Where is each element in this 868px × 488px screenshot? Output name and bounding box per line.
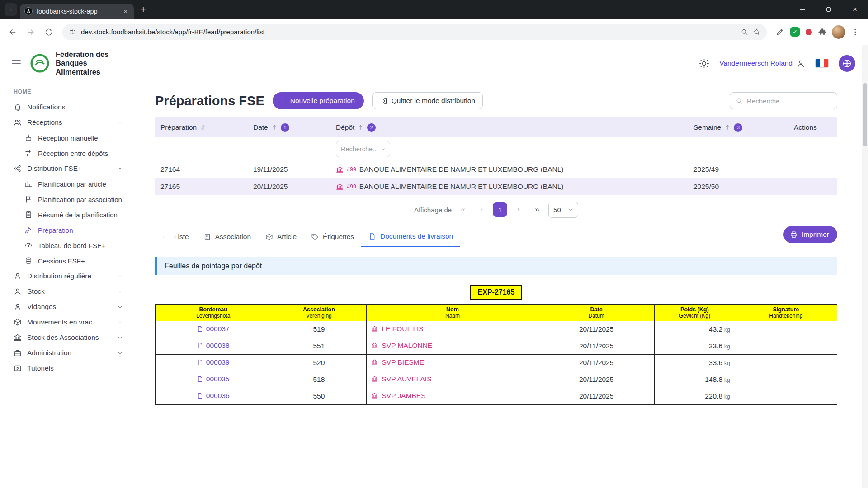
signature-cell xyxy=(735,388,837,405)
scrollbar-thumb[interactable] xyxy=(863,83,867,146)
bordereau-link[interactable]: 000039 xyxy=(197,358,230,366)
delivery-row: 000036550SVP JAMBES20/11/2025220.8kg xyxy=(156,388,837,405)
browser-menu-button[interactable] xyxy=(847,24,863,40)
back-button[interactable] xyxy=(5,24,21,40)
sidebar-item-administration[interactable]: Administration xyxy=(0,345,133,361)
reload-button[interactable] xyxy=(41,24,57,40)
person-icon xyxy=(797,59,805,68)
sidebar-item-label: Cessions ESF+ xyxy=(38,257,85,265)
theme-toggle-sun-icon[interactable] xyxy=(699,58,709,69)
sidebar-item-receptions[interactable]: Réceptions xyxy=(0,115,133,130)
sidebar-item-stock[interactable]: Stock xyxy=(0,284,133,299)
sidebar-item-preparation[interactable]: Préparation xyxy=(0,222,133,238)
site-info-icon[interactable] xyxy=(69,28,76,36)
sidebar-item-cessions-esf[interactable]: Cessions ESF+ xyxy=(0,253,133,268)
window-minimize-button[interactable] xyxy=(789,0,816,19)
sidebar-item-reception-entre-depots[interactable]: Réception entre dépôts xyxy=(0,145,133,161)
sidebar-item-reception-manuelle[interactable]: Réception manuelle xyxy=(0,130,133,145)
depot-name: BANQUE ALIMENTAIRE DE NAMUR ET LUXEMBOUR… xyxy=(359,183,564,191)
pen-extension-icon[interactable] xyxy=(776,28,784,36)
language-flag-fr[interactable] xyxy=(815,59,829,68)
tab-etiquettes[interactable]: Étiquettes xyxy=(304,228,361,247)
sidebar-item-distribution-reguliere[interactable]: Distribution régulière xyxy=(0,268,133,284)
app-header: Fédération des Banques Alimentaires Vand… xyxy=(0,45,868,81)
browser-toolbar: dev.stock.foodbanksit.be/stock/app/fr-BE… xyxy=(0,19,868,45)
url-text[interactable]: dev.stock.foodbanksit.be/stock/app/fr-BE… xyxy=(81,28,736,36)
bank-icon xyxy=(371,359,378,366)
column-header-preparation[interactable]: Préparation xyxy=(155,123,248,131)
quit-distribution-mode-button[interactable]: Quitter le mode distribution xyxy=(372,92,483,109)
tab-association[interactable]: Association xyxy=(196,228,258,247)
sidebar-item-resume-de-la-planification[interactable]: Résumé de la planification xyxy=(0,207,133,222)
window-maximize-button[interactable] xyxy=(816,0,842,19)
browser-tab[interactable]: A foodbanks-stock-app × xyxy=(20,4,134,19)
current-page-button[interactable]: 1 xyxy=(493,202,507,217)
weight-cell: 220.8kg xyxy=(654,388,735,405)
prev-page-button[interactable]: ‹ xyxy=(474,202,489,217)
sidebar-item-vidanges[interactable]: Vidanges xyxy=(0,299,133,314)
search-input[interactable] xyxy=(747,97,831,105)
delivery-row: 000037519LE FOUILLIS20/11/202543.2kg xyxy=(156,321,837,338)
check-extension-icon[interactable]: ✓ xyxy=(790,27,800,37)
bordereau-link[interactable]: 000037 xyxy=(197,325,230,333)
preparation-row[interactable]: 2716520/11/2025#99BANQUE ALIMENTAIRE DE … xyxy=(155,178,837,195)
column-header-depot[interactable]: Dépôt 2 xyxy=(330,123,688,132)
dashboard-icon xyxy=(24,241,33,249)
last-page-button[interactable]: » xyxy=(530,202,544,217)
hamburger-menu-icon[interactable] xyxy=(11,58,22,69)
document-icon xyxy=(197,393,203,399)
sidebar-item-label: Planification par association xyxy=(38,196,122,203)
new-tab-button[interactable]: + xyxy=(137,3,150,16)
bordereau-link[interactable]: 000036 xyxy=(197,392,230,400)
sidebar-item-tableau-de-bord-fse[interactable]: Tableau de bord FSE+ xyxy=(0,238,133,253)
table-search-box[interactable] xyxy=(730,92,837,109)
sidebar-item-mouvements-en-vrac[interactable]: Mouvements en vrac xyxy=(0,314,133,330)
extensions-puzzle-icon[interactable] xyxy=(818,28,826,36)
tab-close-button[interactable]: × xyxy=(122,7,129,16)
zoom-icon[interactable] xyxy=(741,28,748,36)
print-button[interactable]: Imprimer xyxy=(783,226,837,243)
sidebar-item-label: Mouvements en vrac xyxy=(27,318,92,326)
tab-article[interactable]: Article xyxy=(258,228,304,247)
column-header-week[interactable]: Semaine 3 xyxy=(688,123,788,132)
depot-filter-select[interactable]: Recherche... xyxy=(336,141,390,157)
tab-search-button[interactable] xyxy=(5,3,17,16)
record-extension-icon[interactable] xyxy=(806,29,812,35)
sidebar-item-tutoriels[interactable]: Tutoriels xyxy=(0,361,133,376)
next-page-button[interactable]: › xyxy=(511,202,526,217)
exit-icon xyxy=(380,97,387,105)
users-icon xyxy=(14,118,22,127)
sidebar-item-distribution-fse[interactable]: Distribution FSE+ xyxy=(0,161,133,176)
column-header-date[interactable]: Date 1 xyxy=(248,123,330,132)
sidebar-item-planification-par-article[interactable]: Planification par article xyxy=(0,176,133,192)
bordereau-link[interactable]: 000038 xyxy=(197,342,230,350)
pagination: Affichage de « ‹ 1 › » 50 xyxy=(155,202,837,218)
tools-icon xyxy=(24,226,33,234)
association-number-cell: 519 xyxy=(271,321,367,338)
page-title: Préparations FSE xyxy=(155,94,264,108)
sidebar-item-planification-par-association[interactable]: Planification par association xyxy=(0,192,133,207)
page-scrollbar[interactable] xyxy=(862,45,868,488)
bordereau-link[interactable]: 000035 xyxy=(197,375,230,383)
sidebar-item-label: Tableau de bord FSE+ xyxy=(38,242,106,249)
page-size-select[interactable]: 50 xyxy=(548,202,578,218)
user-menu[interactable]: Vandermeersch Roland xyxy=(719,59,805,68)
signature-cell xyxy=(735,355,837,371)
new-preparation-button[interactable]: Nouvelle préparation xyxy=(273,92,364,109)
forward-button[interactable] xyxy=(23,24,39,40)
profile-avatar[interactable] xyxy=(832,25,845,39)
clipboard-icon xyxy=(24,211,33,219)
first-page-button[interactable]: « xyxy=(456,202,470,217)
delivery-column-header-nom: NomNaam xyxy=(367,305,538,321)
locale-globe-button[interactable] xyxy=(839,55,855,72)
tab-liste[interactable]: Liste xyxy=(155,228,196,247)
sidebar-item-notifications[interactable]: Notifications xyxy=(0,99,133,115)
address-bar[interactable]: dev.stock.foodbanksit.be/stock/app/fr-BE… xyxy=(62,24,767,40)
delivery-column-header-association: AssociationVereniging xyxy=(271,305,367,321)
sidebar-item-stock-des-associations[interactable]: Stock des Associations xyxy=(0,330,133,345)
bookmark-star-icon[interactable] xyxy=(753,28,760,36)
tab-documents-de-livraison[interactable]: Documents de livraison xyxy=(361,228,460,247)
flag-icon xyxy=(24,195,33,203)
preparation-row[interactable]: 2716419/11/2025#99BANQUE ALIMENTAIRE DE … xyxy=(155,161,837,178)
window-close-button[interactable]: × xyxy=(842,0,868,19)
